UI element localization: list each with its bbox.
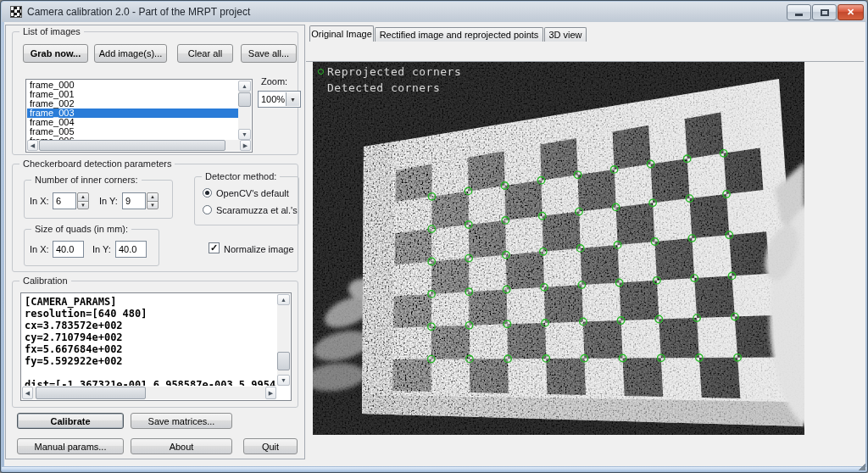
save-matrices-button[interactable]: Save matrices... (131, 413, 232, 429)
minimize-icon (795, 14, 803, 16)
group-detector-method: Detector method: OpenCV's default Scaram… (194, 176, 299, 225)
zoom-label: Zoom: (261, 76, 287, 86)
grab-now-button[interactable]: Grab now... (23, 44, 88, 63)
scroll-up-icon[interactable]: ▲ (277, 294, 290, 305)
in-x-label: In X: (30, 196, 49, 206)
scrollbar-thumb[interactable] (277, 352, 290, 370)
in-y-label: In Y: (99, 196, 118, 206)
close-icon: ✕ (847, 7, 854, 18)
scroll-right-icon[interactable]: ▶ (265, 387, 276, 399)
radio-scaramuzza[interactable] (203, 205, 212, 214)
group-calibration: Calibration [CAMERA_PARAMS] resolution=[… (12, 281, 298, 408)
normalize-image-label[interactable]: Normalize image (224, 244, 294, 254)
left-panel: List of images Grab now... Add image(s).… (5, 25, 305, 459)
calib-vertical-scrollbar[interactable]: ▲ ▼ (277, 294, 290, 386)
calibrate-button[interactable]: Calibrate (17, 413, 124, 429)
calibration-text[interactable]: [CAMERA_PARAMS] resolution=[640 480] cx=… (22, 294, 276, 386)
scroll-down-icon[interactable]: ▼ (238, 129, 251, 140)
group-label: Number of inner corners: (31, 175, 142, 185)
group-quad-size: Size of quads (in mm): In X: 40.0 In Y: … (24, 229, 159, 266)
close-button[interactable]: ✕ (837, 4, 864, 20)
spin-down-icon: ▼ (77, 201, 89, 210)
window-bottom-border (2, 467, 866, 471)
spin-up-icon: ▲ (77, 192, 89, 202)
scroll-up-icon[interactable]: ▲ (238, 81, 251, 92)
in-x-label: In X: (30, 244, 49, 254)
client-area: List of images Grab now... Add image(s).… (4, 22, 865, 466)
corners-y-field[interactable]: 9 (122, 192, 146, 209)
group-list-of-images: List of images Grab now... Add image(s).… (12, 31, 298, 155)
app-window: Camera calibration 2.0 - Part of the MRP… (0, 0, 868, 473)
save-all-button[interactable]: Save all... (241, 44, 297, 63)
scroll-down-icon[interactable]: ▼ (277, 375, 290, 386)
group-detection-params: Checkerboard detection parameters Number… (12, 164, 298, 272)
frame-listbox[interactable]: frame_000frame_001frame_002frame_003fram… (25, 79, 253, 153)
check-icon: ✓ (210, 243, 218, 253)
normalize-image-checkbox[interactable]: ✓ (209, 242, 220, 253)
zoom-combobox[interactable]: 100% ▼ (258, 91, 301, 108)
spin-up-icon: ▲ (147, 192, 159, 202)
camera-image-viewer: Reprojected corners Detected corners (313, 62, 804, 435)
group-inner-corners: Number of inner corners: In X: 6 ▲▼ In Y… (24, 180, 173, 219)
window-title: Camera calibration 2.0 - Part of the MRP… (27, 6, 250, 18)
maximize-button[interactable] (812, 4, 837, 20)
corners-x-field[interactable]: 6 (53, 192, 76, 209)
radio-label[interactable]: OpenCV's default (216, 188, 289, 198)
resize-grip[interactable] (859, 464, 865, 470)
listbox-vertical-scrollbar[interactable]: ▲ ▼ (238, 81, 251, 140)
quad-y-field[interactable]: 40.0 (115, 241, 147, 258)
legend-detected: Detected corners (327, 81, 440, 94)
calib-horizontal-scrollbar[interactable]: ◀ ▶ (22, 387, 276, 399)
checkerboard-scene (313, 62, 804, 435)
group-label: Checkerboard detection parameters (19, 159, 175, 169)
radio-opencv-default[interactable] (203, 188, 212, 198)
group-label: Size of quads (in mm): (31, 224, 131, 234)
quit-button[interactable]: Quit (243, 438, 298, 454)
group-label: Detector method: (202, 171, 280, 181)
scroll-left-icon[interactable]: ◀ (22, 387, 33, 399)
corners-y-stepper[interactable]: ▲▼ (147, 192, 159, 209)
manual-params-button[interactable]: Manual params... (17, 438, 124, 454)
add-images-button[interactable]: Add image(s)... (94, 44, 167, 63)
app-checkerboard-icon (10, 6, 22, 18)
zoom-value: 100% (261, 94, 285, 104)
quad-x-field[interactable]: 40.0 (53, 241, 84, 258)
legend-reprojected: Reprojected corners (327, 65, 461, 78)
scroll-left-icon[interactable]: ◀ (27, 140, 38, 151)
group-label: List of images (19, 26, 84, 36)
scrollbar-thumb[interactable] (36, 387, 146, 399)
calibration-output-box[interactable]: [CAMERA_PARAMS] resolution=[640 480] cx=… (20, 292, 292, 401)
frame-list: frame_000frame_001frame_002frame_003fram… (27, 81, 238, 140)
minimize-button[interactable] (787, 4, 811, 20)
scroll-right-icon[interactable]: ▶ (240, 140, 251, 151)
maximize-icon (821, 9, 829, 16)
in-y-label: In Y: (92, 244, 111, 254)
radio-label[interactable]: Scaramuzza et al.'s (216, 205, 298, 215)
tab-rectified-image[interactable]: Rectified image and reprojected points (375, 27, 543, 42)
corners-x-stepper[interactable]: ▲▼ (77, 192, 89, 209)
reprojected-corner-icon (318, 69, 324, 75)
title-bar[interactable]: Camera calibration 2.0 - Part of the MRP… (2, 2, 866, 22)
scrollbar-thumb[interactable] (238, 92, 251, 107)
tab-original-image[interactable]: Original Image (309, 25, 374, 42)
spin-down-icon: ▼ (147, 201, 159, 210)
chevron-down-icon[interactable]: ▼ (286, 92, 299, 106)
clear-all-button[interactable]: Clear all (177, 44, 233, 63)
tab-3d-view[interactable]: 3D view (544, 27, 587, 42)
listbox-horizontal-scrollbar[interactable]: ◀ ▶ (27, 140, 251, 151)
about-button[interactable]: About (131, 438, 232, 454)
group-label: Calibration (19, 275, 71, 286)
scrollbar-thumb[interactable] (39, 140, 225, 151)
